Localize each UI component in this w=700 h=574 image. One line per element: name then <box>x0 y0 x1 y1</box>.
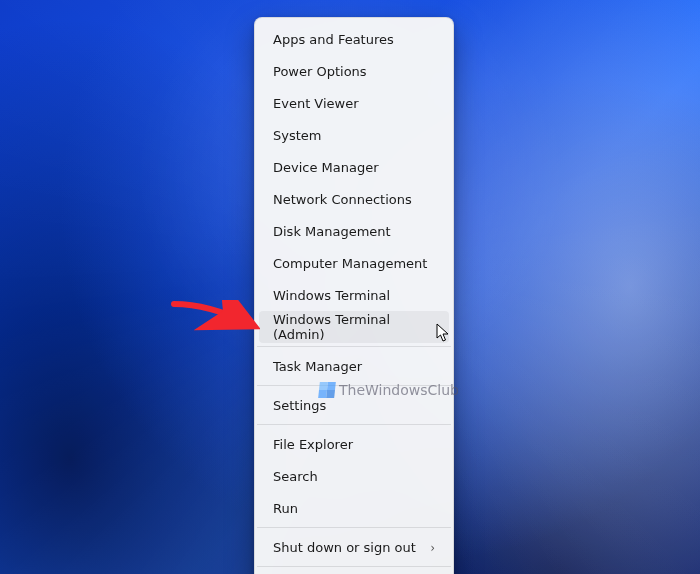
menu-item-desktop[interactable]: Desktop <box>259 570 449 574</box>
menu-item-label: Device Manager <box>273 160 379 175</box>
menu-item-search[interactable]: Search <box>259 460 449 492</box>
menu-item-file-explorer[interactable]: File Explorer <box>259 428 449 460</box>
menu-item-system[interactable]: System <box>259 119 449 151</box>
menu-item-windows-terminal-admin[interactable]: Windows Terminal (Admin) <box>259 311 449 343</box>
menu-item-label: Run <box>273 501 298 516</box>
menu-item-windows-terminal[interactable]: Windows Terminal <box>259 279 449 311</box>
menu-item-label: Disk Management <box>273 224 391 239</box>
menu-item-label: Computer Management <box>273 256 427 271</box>
menu-item-run[interactable]: Run <box>259 492 449 524</box>
menu-item-label: Power Options <box>273 64 367 79</box>
menu-item-event-viewer[interactable]: Event Viewer <box>259 87 449 119</box>
menu-item-disk-management[interactable]: Disk Management <box>259 215 449 247</box>
menu-item-task-manager[interactable]: Task Manager <box>259 350 449 382</box>
chevron-right-icon: › <box>430 540 434 555</box>
menu-item-label: Network Connections <box>273 192 412 207</box>
menu-separator <box>257 346 451 347</box>
menu-separator <box>257 527 451 528</box>
menu-item-computer-management[interactable]: Computer Management <box>259 247 449 279</box>
menu-item-label: Windows Terminal (Admin) <box>273 312 435 342</box>
menu-item-label: Shut down or sign out <box>273 540 416 555</box>
menu-item-label: Search <box>273 469 318 484</box>
menu-separator <box>257 566 451 567</box>
menu-item-label: Settings <box>273 398 326 413</box>
menu-item-shut-down-or-sign-out[interactable]: Shut down or sign out› <box>259 531 449 563</box>
menu-separator <box>257 424 451 425</box>
menu-item-apps-and-features[interactable]: Apps and Features <box>259 23 449 55</box>
menu-item-network-connections[interactable]: Network Connections <box>259 183 449 215</box>
menu-item-label: Event Viewer <box>273 96 359 111</box>
menu-item-label: Windows Terminal <box>273 288 390 303</box>
menu-item-settings[interactable]: Settings <box>259 389 449 421</box>
menu-item-label: System <box>273 128 321 143</box>
menu-separator <box>257 385 451 386</box>
menu-item-device-manager[interactable]: Device Manager <box>259 151 449 183</box>
menu-item-label: File Explorer <box>273 437 353 452</box>
winx-context-menu: Apps and FeaturesPower OptionsEvent View… <box>254 17 454 574</box>
menu-item-label: Apps and Features <box>273 32 394 47</box>
menu-item-power-options[interactable]: Power Options <box>259 55 449 87</box>
menu-item-label: Task Manager <box>273 359 362 374</box>
